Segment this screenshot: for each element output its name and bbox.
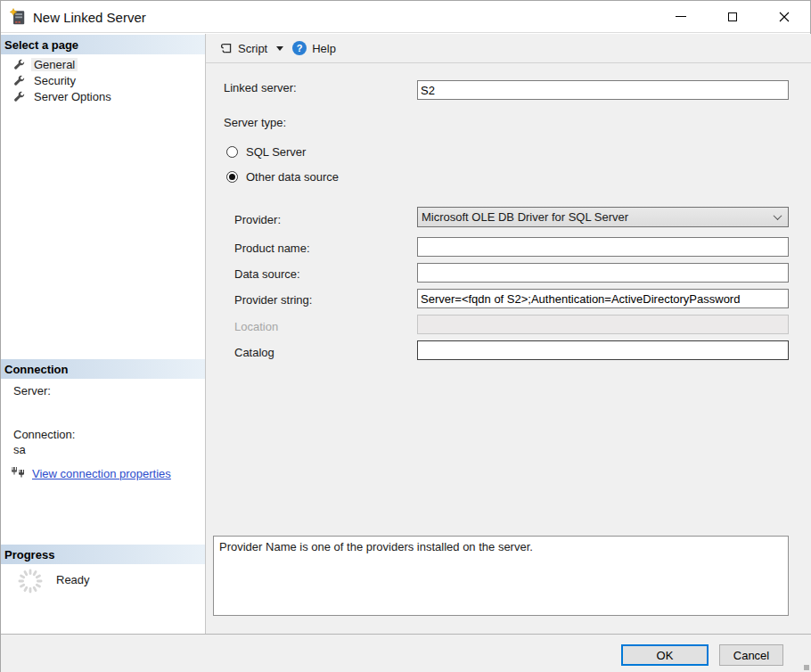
provider-selected-value: Microsoft OLE DB Driver for SQL Server bbox=[422, 210, 628, 224]
minimize-icon bbox=[676, 16, 686, 17]
connection-properties-icon bbox=[10, 466, 26, 480]
data-source-label: Data source: bbox=[234, 267, 300, 281]
script-icon bbox=[219, 42, 233, 55]
script-dropdown-icon[interactable] bbox=[276, 46, 283, 51]
maximize-button[interactable] bbox=[707, 1, 758, 32]
sidebar-item-general[interactable]: General bbox=[13, 56, 78, 72]
sidebar-item-label: Security bbox=[31, 74, 78, 87]
radio-other-data-source[interactable]: Other data source bbox=[226, 170, 339, 184]
provider-label: Provider: bbox=[234, 213, 281, 226]
ok-button[interactable]: OK bbox=[621, 644, 709, 666]
close-button[interactable] bbox=[758, 1, 810, 32]
title-bar[interactable]: New Linked Server bbox=[1, 1, 810, 33]
window-controls bbox=[655, 1, 810, 32]
provider-select[interactable]: Microsoft OLE DB Driver for SQL Server bbox=[417, 207, 789, 227]
progress-status: Ready bbox=[56, 573, 90, 586]
resize-grip[interactable] bbox=[804, 665, 809, 670]
new-linked-server-dialog: New Linked Server Select a page General … bbox=[0, 0, 811, 672]
product-name-label: Product name: bbox=[234, 242, 310, 255]
provider-string-input[interactable] bbox=[417, 289, 789, 308]
provider-description-box: Provider Name is one of the providers in… bbox=[213, 536, 789, 616]
help-icon: ? bbox=[292, 41, 307, 55]
close-icon bbox=[779, 12, 790, 22]
help-label: Help bbox=[312, 42, 336, 55]
product-name-input[interactable] bbox=[417, 237, 789, 257]
cancel-button[interactable]: Cancel bbox=[719, 644, 783, 666]
sidebar-item-label: Server Options bbox=[31, 90, 114, 103]
radio-sql-server-label: SQL Server bbox=[246, 145, 306, 159]
window-title: New Linked Server bbox=[33, 10, 146, 25]
location-label: Location bbox=[234, 320, 278, 333]
toolbar: Script ? Help bbox=[206, 34, 811, 63]
maximize-icon bbox=[728, 12, 737, 21]
sidebar: Select a page General Security Server Op… bbox=[1, 34, 206, 634]
provider-string-label: Provider string: bbox=[234, 293, 312, 307]
main-panel: Script ? Help Linked server: Server type… bbox=[206, 34, 811, 634]
connection-value: sa bbox=[13, 443, 26, 456]
progress-spinner-icon bbox=[17, 568, 44, 594]
wrench-icon bbox=[13, 59, 25, 70]
sidebar-item-server-options[interactable]: Server Options bbox=[13, 88, 114, 104]
data-source-input[interactable] bbox=[417, 263, 789, 283]
linked-server-label: Linked server: bbox=[224, 81, 297, 94]
provider-description-text: Provider Name is one of the providers in… bbox=[219, 540, 533, 553]
server-type-label: Server type: bbox=[224, 116, 286, 129]
connection-label: Connection: bbox=[13, 428, 75, 441]
radio-other-label: Other data source bbox=[246, 170, 339, 184]
server-label: Server: bbox=[13, 384, 51, 397]
radio-sql-server[interactable]: SQL Server bbox=[226, 145, 306, 159]
catalog-input[interactable] bbox=[417, 340, 789, 360]
wrench-icon bbox=[13, 91, 25, 102]
catalog-label: Catalog bbox=[234, 346, 274, 359]
radio-circle-selected-icon bbox=[226, 171, 238, 183]
location-input bbox=[417, 315, 789, 334]
connection-header: Connection bbox=[1, 359, 205, 379]
view-connection-properties-link[interactable]: View connection properties bbox=[32, 467, 171, 480]
progress-header: Progress bbox=[1, 545, 205, 564]
select-a-page-header: Select a page bbox=[1, 35, 205, 54]
script-button[interactable]: Script bbox=[215, 39, 288, 58]
radio-circle-icon bbox=[226, 146, 238, 158]
linked-server-input[interactable] bbox=[417, 80, 789, 100]
new-linked-server-icon bbox=[9, 8, 27, 26]
chevron-down-icon bbox=[774, 211, 782, 220]
sidebar-item-security[interactable]: Security bbox=[13, 72, 78, 88]
script-label: Script bbox=[238, 42, 267, 55]
sidebar-item-label: General bbox=[31, 58, 78, 71]
view-connection-properties-row: View connection properties bbox=[10, 466, 171, 480]
wrench-icon bbox=[13, 75, 25, 86]
help-button[interactable]: ? Help bbox=[288, 38, 340, 58]
footer-bar: OK Cancel bbox=[1, 634, 811, 672]
minimize-button[interactable] bbox=[655, 1, 707, 32]
